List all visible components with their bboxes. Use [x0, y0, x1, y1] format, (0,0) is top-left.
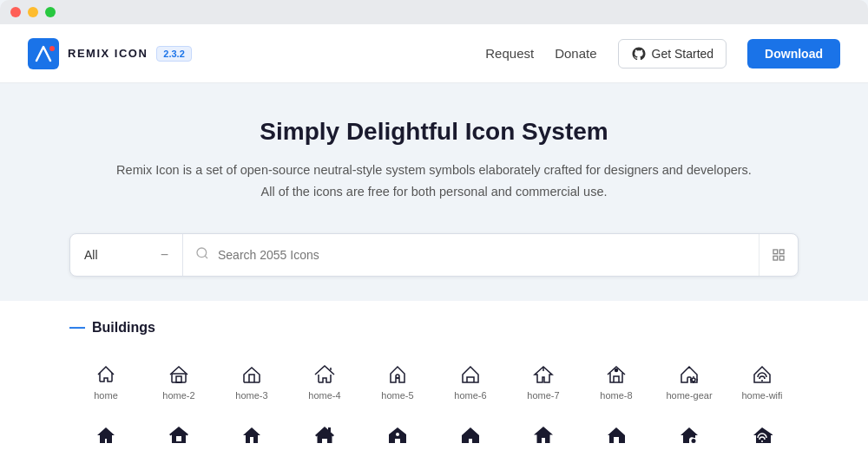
icon-home-8-filled[interactable]: home-8	[580, 414, 653, 450]
icon-home-6-outline[interactable]: home-6	[434, 354, 507, 411]
icon-home-7-filled[interactable]: home-7	[507, 414, 580, 450]
icon-home-filled[interactable]: home	[69, 414, 142, 450]
icon-label: home-6	[454, 390, 486, 401]
icon-label: home-8	[600, 390, 632, 401]
svg-point-2	[197, 248, 207, 258]
section-header: — Buildings	[69, 318, 799, 336]
icon-label: home-5	[381, 390, 413, 401]
nav-left: REMIX ICON 2.3.2	[28, 38, 192, 69]
close-button[interactable]	[10, 7, 21, 17]
icon-home-5-outline[interactable]: home-5	[361, 354, 434, 411]
icon-label: home-2	[162, 390, 194, 401]
outline-icons-grid: home home-2 home-3	[69, 354, 799, 411]
svg-rect-7	[172, 374, 186, 382]
icon-home-7-outline[interactable]: home-7	[507, 354, 580, 411]
filter-label: All	[84, 248, 154, 262]
svg-point-1	[49, 46, 55, 51]
section-dash: —	[69, 318, 85, 336]
download-button[interactable]: Download	[747, 39, 840, 68]
search-icon	[195, 246, 209, 264]
svg-point-9	[396, 375, 399, 378]
svg-rect-4	[779, 250, 784, 254]
search-area: All −	[0, 233, 868, 301]
hero-description-1: Remix Icon is a set of open-source neutr…	[17, 160, 851, 181]
logo-text: REMIX ICON	[68, 47, 148, 60]
icon-home-2-filled[interactable]: home-2	[142, 414, 215, 450]
hero-description-2: All of the icons are free for both perso…	[17, 181, 851, 203]
svg-rect-5	[773, 257, 778, 261]
icon-home-6-filled[interactable]: home-6	[434, 414, 507, 450]
icons-section: — Buildings home home-2	[0, 301, 868, 450]
filter-dropdown[interactable]: All −	[70, 234, 183, 276]
nav-right: Request Donate Get Started Download	[485, 39, 840, 68]
icon-home-outline[interactable]: home	[69, 354, 142, 411]
search-input[interactable]	[218, 248, 746, 262]
navbar: REMIX ICON 2.3.2 Request Donate Get Star…	[0, 24, 868, 83]
svg-rect-6	[779, 257, 784, 261]
icon-home-4-outline[interactable]: home-4	[288, 354, 361, 411]
get-started-label: Get Started	[652, 47, 714, 61]
icon-label: home-3	[235, 390, 267, 401]
svg-rect-8	[176, 376, 181, 382]
icon-label: home	[94, 390, 118, 401]
hero-title: Simply Delightful Icon System	[17, 118, 851, 146]
svg-point-15	[692, 439, 696, 443]
section-title: Buildings	[92, 320, 155, 336]
svg-point-11	[615, 369, 618, 372]
svg-point-12	[692, 378, 695, 382]
grid-view-button[interactable]	[759, 234, 798, 276]
icon-home-gear-outline[interactable]: home-gear	[653, 354, 726, 411]
search-section	[183, 246, 759, 264]
icon-home-gear-filled[interactable]: home-gear	[653, 414, 726, 450]
svg-point-13	[761, 380, 763, 382]
window-chrome	[0, 0, 868, 24]
icon-home-3-outline[interactable]: home-3	[215, 354, 288, 411]
icon-home-wifi-filled[interactable]: home-wifi	[726, 414, 799, 450]
icon-label: home-wifi	[741, 390, 782, 401]
icon-home-5-filled[interactable]: home-5	[361, 414, 434, 450]
icon-label: home-gear	[666, 390, 712, 401]
github-icon	[631, 46, 647, 62]
minus-icon: −	[161, 247, 168, 263]
app-container: REMIX ICON 2.3.2 Request Donate Get Star…	[0, 24, 868, 450]
get-started-button[interactable]: Get Started	[618, 39, 727, 68]
logo-icon	[28, 38, 59, 69]
icon-label: home-7	[527, 390, 559, 401]
maximize-button[interactable]	[45, 7, 56, 17]
minimize-button[interactable]	[28, 7, 38, 17]
icon-home-wifi-outline[interactable]: home-wifi	[726, 354, 799, 411]
filled-icons-grid: home home-2 home-3	[69, 414, 799, 450]
svg-rect-3	[773, 250, 778, 254]
icon-home-8-outline[interactable]: home-8	[580, 354, 653, 411]
hero-section: Simply Delightful Icon System Remix Icon…	[0, 83, 868, 233]
icon-home-3-filled[interactable]: home-3	[215, 414, 288, 450]
svg-point-16	[761, 440, 763, 442]
request-link[interactable]: Request	[485, 46, 534, 61]
icon-home-4-filled[interactable]: home-4	[288, 414, 361, 450]
donate-link[interactable]: Donate	[555, 46, 596, 61]
icon-home-2-outline[interactable]: home-2	[142, 354, 215, 411]
version-badge: 2.3.2	[156, 46, 191, 62]
svg-rect-0	[28, 38, 59, 69]
svg-rect-14	[328, 427, 331, 432]
search-bar: All −	[69, 233, 799, 277]
icon-label: home-4	[308, 390, 340, 401]
